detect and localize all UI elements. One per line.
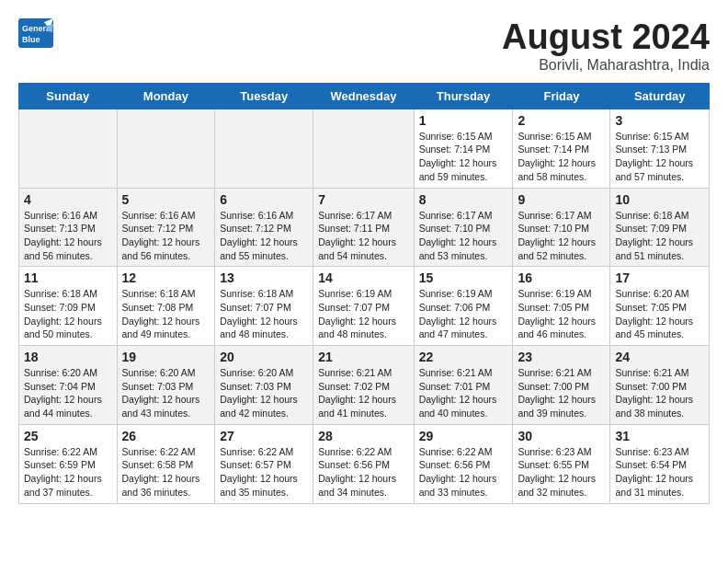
calendar-cell: 27Sunrise: 6:22 AM Sunset: 6:57 PM Dayli… — [215, 424, 313, 503]
calendar-cell — [19, 109, 118, 188]
weekday-header: Thursday — [414, 83, 513, 109]
calendar-cell — [117, 109, 215, 188]
calendar-cell: 13Sunrise: 6:18 AM Sunset: 7:07 PM Dayli… — [215, 267, 313, 346]
calendar-cell: 10Sunrise: 6:18 AM Sunset: 7:09 PM Dayli… — [610, 188, 710, 267]
month-title: August 2024 — [502, 18, 710, 57]
day-info: Sunrise: 6:16 AM Sunset: 7:12 PM Dayligh… — [122, 209, 210, 263]
day-info: Sunrise: 6:20 AM Sunset: 7:03 PM Dayligh… — [220, 366, 308, 420]
day-number: 21 — [318, 350, 408, 364]
day-info: Sunrise: 6:16 AM Sunset: 7:12 PM Dayligh… — [220, 209, 308, 263]
day-number: 19 — [122, 350, 210, 364]
calendar-week-row: 4Sunrise: 6:16 AM Sunset: 7:13 PM Daylig… — [19, 188, 710, 267]
day-info: Sunrise: 6:20 AM Sunset: 7:04 PM Dayligh… — [24, 366, 112, 420]
day-number: 8 — [419, 192, 508, 207]
calendar-cell: 22Sunrise: 6:21 AM Sunset: 7:01 PM Dayli… — [414, 346, 513, 425]
day-info: Sunrise: 6:18 AM Sunset: 7:09 PM Dayligh… — [615, 209, 704, 263]
calendar-cell: 15Sunrise: 6:19 AM Sunset: 7:06 PM Dayli… — [414, 267, 513, 346]
day-info: Sunrise: 6:19 AM Sunset: 7:06 PM Dayligh… — [419, 287, 508, 341]
day-number: 13 — [220, 270, 308, 285]
calendar-week-row: 18Sunrise: 6:20 AM Sunset: 7:04 PM Dayli… — [19, 346, 710, 425]
calendar-cell: 14Sunrise: 6:19 AM Sunset: 7:07 PM Dayli… — [313, 267, 414, 346]
calendar-cell: 9Sunrise: 6:17 AM Sunset: 7:10 PM Daylig… — [513, 188, 610, 267]
calendar-cell: 30Sunrise: 6:23 AM Sunset: 6:55 PM Dayli… — [513, 424, 610, 503]
calendar-cell: 24Sunrise: 6:21 AM Sunset: 7:00 PM Dayli… — [610, 346, 710, 425]
calendar-cell: 28Sunrise: 6:22 AM Sunset: 6:56 PM Dayli… — [313, 424, 414, 503]
day-info: Sunrise: 6:21 AM Sunset: 7:02 PM Dayligh… — [318, 366, 408, 420]
calendar-week-row: 1Sunrise: 6:15 AM Sunset: 7:14 PM Daylig… — [19, 109, 710, 188]
day-number: 18 — [24, 350, 112, 364]
svg-text:Blue: Blue — [22, 35, 40, 44]
calendar-cell: 20Sunrise: 6:20 AM Sunset: 7:03 PM Dayli… — [215, 346, 313, 425]
title-block: August 2024 Borivli, Maharashtra, India — [502, 18, 710, 74]
calendar-cell: 3Sunrise: 6:15 AM Sunset: 7:13 PM Daylig… — [610, 109, 710, 188]
day-info: Sunrise: 6:18 AM Sunset: 7:09 PM Dayligh… — [24, 287, 112, 341]
day-number: 20 — [220, 350, 308, 364]
weekday-header: Friday — [513, 83, 610, 109]
calendar-cell: 8Sunrise: 6:17 AM Sunset: 7:10 PM Daylig… — [414, 188, 513, 267]
calendar-cell: 1Sunrise: 6:15 AM Sunset: 7:14 PM Daylig… — [414, 109, 513, 188]
day-number: 6 — [220, 192, 308, 207]
day-number: 30 — [518, 429, 605, 443]
calendar-cell: 12Sunrise: 6:18 AM Sunset: 7:08 PM Dayli… — [117, 267, 215, 346]
day-number: 5 — [122, 192, 210, 207]
day-number: 16 — [518, 270, 605, 285]
day-number: 26 — [122, 429, 210, 443]
calendar-cell: 31Sunrise: 6:23 AM Sunset: 6:54 PM Dayli… — [610, 424, 710, 503]
day-info: Sunrise: 6:23 AM Sunset: 6:55 PM Dayligh… — [518, 445, 605, 500]
calendar-cell: 11Sunrise: 6:18 AM Sunset: 7:09 PM Dayli… — [19, 267, 118, 346]
calendar-cell: 18Sunrise: 6:20 AM Sunset: 7:04 PM Dayli… — [19, 346, 118, 425]
page-header: General Blue August 2024 Borivli, Mahara… — [18, 18, 710, 74]
day-info: Sunrise: 6:17 AM Sunset: 7:11 PM Dayligh… — [318, 209, 408, 263]
calendar-week-row: 11Sunrise: 6:18 AM Sunset: 7:09 PM Dayli… — [19, 267, 710, 346]
day-number: 3 — [615, 113, 704, 128]
day-info: Sunrise: 6:21 AM Sunset: 7:01 PM Dayligh… — [419, 366, 508, 420]
day-info: Sunrise: 6:17 AM Sunset: 7:10 PM Dayligh… — [419, 209, 508, 263]
day-number: 31 — [615, 429, 704, 443]
calendar-cell: 16Sunrise: 6:19 AM Sunset: 7:05 PM Dayli… — [513, 267, 610, 346]
day-info: Sunrise: 6:22 AM Sunset: 6:56 PM Dayligh… — [318, 445, 408, 500]
calendar-cell: 5Sunrise: 6:16 AM Sunset: 7:12 PM Daylig… — [117, 188, 215, 267]
calendar-cell — [313, 109, 414, 188]
calendar-table: SundayMondayTuesdayWednesdayThursdayFrid… — [18, 83, 710, 504]
day-number: 1 — [419, 113, 508, 128]
weekday-header: Sunday — [19, 83, 118, 109]
calendar-cell: 26Sunrise: 6:22 AM Sunset: 6:58 PM Dayli… — [117, 424, 215, 503]
day-info: Sunrise: 6:20 AM Sunset: 7:03 PM Dayligh… — [122, 366, 210, 420]
location: Borivli, Maharashtra, India — [502, 57, 710, 74]
day-info: Sunrise: 6:22 AM Sunset: 6:56 PM Dayligh… — [419, 445, 508, 500]
day-info: Sunrise: 6:19 AM Sunset: 7:05 PM Dayligh… — [518, 287, 605, 341]
calendar-cell: 6Sunrise: 6:16 AM Sunset: 7:12 PM Daylig… — [215, 188, 313, 267]
day-number: 7 — [318, 192, 408, 207]
day-info: Sunrise: 6:22 AM Sunset: 6:57 PM Dayligh… — [220, 445, 308, 500]
day-number: 10 — [615, 192, 704, 207]
day-info: Sunrise: 6:20 AM Sunset: 7:05 PM Dayligh… — [615, 287, 704, 341]
day-info: Sunrise: 6:21 AM Sunset: 7:00 PM Dayligh… — [615, 366, 704, 420]
logo-icon: General Blue — [18, 18, 53, 48]
day-number: 23 — [518, 350, 605, 364]
day-number: 2 — [518, 113, 605, 128]
calendar-cell: 19Sunrise: 6:20 AM Sunset: 7:03 PM Dayli… — [117, 346, 215, 425]
day-info: Sunrise: 6:16 AM Sunset: 7:13 PM Dayligh… — [24, 209, 112, 263]
calendar-cell: 21Sunrise: 6:21 AM Sunset: 7:02 PM Dayli… — [313, 346, 414, 425]
day-number: 14 — [318, 270, 408, 285]
day-info: Sunrise: 6:15 AM Sunset: 7:13 PM Dayligh… — [615, 130, 704, 184]
calendar-cell: 23Sunrise: 6:21 AM Sunset: 7:00 PM Dayli… — [513, 346, 610, 425]
day-number: 15 — [419, 270, 508, 285]
calendar-cell: 25Sunrise: 6:22 AM Sunset: 6:59 PM Dayli… — [19, 424, 118, 503]
day-number: 29 — [419, 429, 508, 443]
day-number: 27 — [220, 429, 308, 443]
day-number: 12 — [122, 270, 210, 285]
day-number: 25 — [24, 429, 112, 443]
day-info: Sunrise: 6:15 AM Sunset: 7:14 PM Dayligh… — [518, 130, 605, 184]
calendar-cell: 2Sunrise: 6:15 AM Sunset: 7:14 PM Daylig… — [513, 109, 610, 188]
day-info: Sunrise: 6:15 AM Sunset: 7:14 PM Dayligh… — [419, 130, 508, 184]
weekday-header-row: SundayMondayTuesdayWednesdayThursdayFrid… — [19, 83, 710, 109]
day-info: Sunrise: 6:18 AM Sunset: 7:07 PM Dayligh… — [220, 287, 308, 341]
day-number: 4 — [24, 192, 112, 207]
day-number: 17 — [615, 270, 704, 285]
day-info: Sunrise: 6:18 AM Sunset: 7:08 PM Dayligh… — [122, 287, 210, 341]
day-info: Sunrise: 6:21 AM Sunset: 7:00 PM Dayligh… — [518, 366, 605, 420]
day-info: Sunrise: 6:22 AM Sunset: 6:58 PM Dayligh… — [122, 445, 210, 500]
calendar-cell: 17Sunrise: 6:20 AM Sunset: 7:05 PM Dayli… — [610, 267, 710, 346]
calendar-cell: 7Sunrise: 6:17 AM Sunset: 7:11 PM Daylig… — [313, 188, 414, 267]
